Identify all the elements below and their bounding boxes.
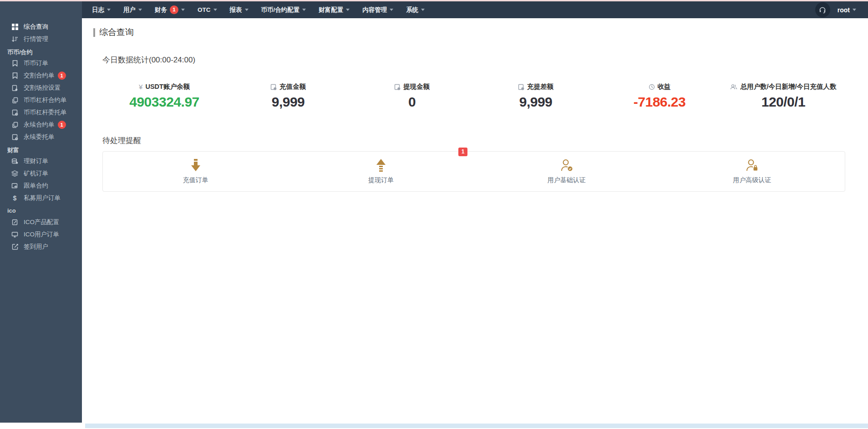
user-menu[interactable]: root — [838, 6, 856, 14]
sidebar-item-margin-contracts[interactable]: 币币杠杆合约单 — [0, 94, 82, 106]
copy-icon — [11, 97, 19, 104]
copy-icon — [11, 121, 19, 128]
page-title: 综合查询 — [93, 26, 845, 38]
nav-menu-wealth-config[interactable]: 财富配置 — [312, 1, 356, 18]
sort-icon — [11, 36, 19, 43]
sidebar-item-ico-orders[interactable]: ICO用户订单 — [0, 228, 82, 240]
pending-advanced-kyc[interactable]: 用户高级认证 — [660, 152, 845, 191]
stat-usdt-balance: ¥ USDT账户余额 4903324.97 — [102, 82, 226, 110]
chevron-down-icon — [181, 9, 185, 11]
sidebar-item-label: 币币杠杆合约单 — [24, 96, 67, 104]
notification-badge: 1 — [58, 121, 66, 129]
nav-menu-system[interactable]: 系统 — [400, 1, 431, 18]
chevron-down-icon — [853, 9, 856, 11]
stat-value: -7186.23 — [598, 94, 721, 110]
coins-icon — [11, 158, 19, 165]
stat-user-counts: 总用户数/今日新增/今日充值人数 120/0/1 — [721, 82, 845, 110]
nav-menu-coin-contract-config[interactable]: 币币/合约配置 — [255, 1, 313, 18]
nav-menu-label: 日志 — [92, 6, 104, 14]
sidebar-item-label: 理财订单 — [24, 157, 48, 165]
bookmark-icon — [11, 60, 19, 67]
nav-menu-content[interactable]: 内容管理 — [356, 1, 400, 18]
stat-label: 收益 — [658, 82, 671, 91]
sidebar-section-ico: ico — [0, 204, 82, 216]
nav-menu-label: 财富配置 — [319, 6, 343, 14]
sidebar-item-coin-orders[interactable]: 币币订单 — [0, 57, 82, 69]
file-clock-icon — [11, 133, 19, 141]
headset-icon — [819, 6, 826, 14]
sidebar-item-delivery-risk-settings[interactable]: 交割场控设置 — [0, 82, 82, 94]
stats-row: ¥ USDT账户余额 4903324.97 充值金额 9,999 — [102, 82, 845, 110]
arrow-up-icon — [289, 158, 474, 172]
doc-clock-icon — [270, 84, 277, 90]
stat-withdraw-amount: 提现金额 0 — [350, 82, 474, 110]
sidebar-item-label: 矿机订单 — [24, 169, 48, 178]
chevron-down-icon — [107, 9, 111, 11]
nav-menu-label: 内容管理 — [362, 6, 387, 14]
sidebar-item-label: 行情管理 — [24, 35, 48, 43]
sidebar-item-delivery-contracts[interactable]: 交割合约单 1 — [0, 69, 82, 82]
pending-withdraw-orders[interactable]: 1 提现订单 — [289, 152, 474, 191]
doc-clock-icon — [518, 84, 524, 90]
pending-label: 用户基础认证 — [474, 176, 660, 184]
nav-menu-finance[interactable]: 财务 1 — [148, 1, 191, 18]
stat-profit: 收益 -7186.23 — [598, 82, 721, 110]
nav-menu-otc[interactable]: OTC — [191, 1, 223, 18]
users-icon — [730, 84, 737, 90]
support-button[interactable] — [815, 2, 830, 17]
yen-icon: ¥ — [139, 83, 142, 91]
chevron-down-icon — [138, 9, 142, 11]
sidebar: 综合查询 行情管理 币币/合约 币币订单 交割合约单 1 — [0, 1, 82, 423]
sidebar-item-label: 签到用户 — [24, 243, 48, 251]
pending-basic-kyc[interactable]: 用户基础认证 — [474, 152, 660, 191]
sidebar-item-miner-orders[interactable]: 矿机订单 — [0, 167, 82, 179]
stat-label: 总用户数/今日新增/今日充值人数 — [740, 82, 836, 91]
sidebar-item-market[interactable]: 行情管理 — [0, 33, 82, 45]
grid-icon — [11, 23, 19, 31]
chevron-down-icon — [302, 9, 306, 11]
page-title-text: 综合查询 — [99, 26, 134, 38]
stat-label: 充值金额 — [279, 82, 306, 91]
notification-badge: 1 — [458, 148, 467, 156]
sidebar-item-checkin-users[interactable]: 签到用户 — [0, 240, 82, 253]
stat-deposit-withdraw-diff: 充提差额 9,999 — [474, 82, 598, 110]
chevron-down-icon — [421, 9, 425, 11]
sidebar-item-label: 永续委托单 — [24, 133, 55, 141]
horizontal-scrollbar-thumb[interactable] — [85, 424, 868, 428]
sidebar-item-label: 交割场控设置 — [24, 84, 61, 92]
user-check-icon — [474, 158, 660, 172]
sidebar-item-label: 跟单合约 — [24, 182, 48, 190]
sidebar-item-label: 私募用户订单 — [24, 194, 61, 202]
sidebar-item-label: 永续合约单 — [24, 121, 55, 129]
nav-menu-logs[interactable]: 日志 — [86, 1, 117, 18]
chevron-down-icon — [390, 9, 393, 11]
sidebar-item-perpetual-delegations[interactable]: 永续委托单 — [0, 131, 82, 143]
nav-menu-label: 财务 — [155, 6, 167, 14]
pending-label: 提现订单 — [289, 176, 474, 184]
stat-label: 提现金额 — [403, 82, 430, 91]
clock-icon — [649, 84, 655, 90]
nav-menu-reports[interactable]: 报表 — [223, 1, 255, 18]
notification-badge: 1 — [58, 72, 66, 80]
sidebar-item-perpetual-contracts[interactable]: 永续合约单 1 — [0, 118, 82, 131]
nav-menu-users[interactable]: 用户 — [117, 1, 148, 18]
sidebar-item-label: ICO用户订单 — [24, 230, 59, 239]
sidebar-item-overview[interactable]: 综合查询 — [0, 20, 82, 33]
sidebar-item-margin-delegations[interactable]: 币币杠杆委托单 — [0, 106, 82, 118]
sidebar-item-private-placement[interactable]: $ 私募用户订单 — [0, 192, 82, 204]
sidebar-item-wealth-orders[interactable]: 理财订单 — [0, 155, 82, 167]
pending-deposit-orders[interactable]: 充值订单 — [103, 152, 289, 191]
nav-menu-label: 系统 — [406, 6, 418, 14]
bookmark-icon — [11, 72, 19, 79]
stat-value: 9,999 — [226, 94, 350, 110]
file-clock-icon — [11, 109, 19, 116]
stat-value: 4903324.97 — [102, 94, 226, 110]
sidebar-item-ico-products[interactable]: ICO产品配置 — [0, 216, 82, 228]
bottom-scrollbar-track — [0, 423, 868, 429]
sidebar-item-copy-trading[interactable]: 跟单合约 — [0, 179, 82, 192]
stat-value: 9,999 — [474, 94, 598, 110]
clipboard-gear-icon — [11, 84, 19, 92]
doc-clock-icon — [394, 84, 401, 90]
sidebar-section-wealth: 财富 — [0, 143, 82, 155]
folder-arrow-icon — [11, 182, 19, 189]
